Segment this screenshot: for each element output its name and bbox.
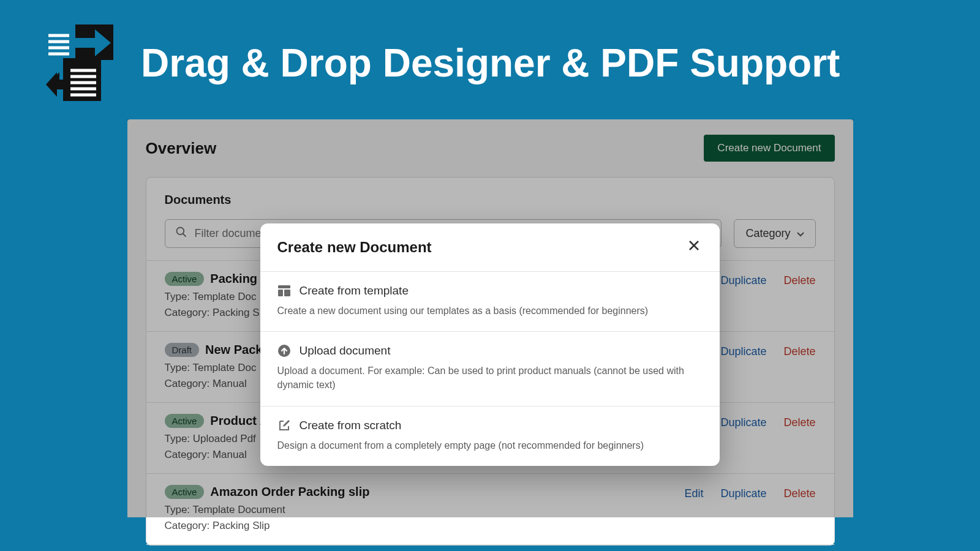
svg-rect-18	[278, 290, 283, 296]
svg-rect-17	[278, 285, 290, 288]
edit-icon	[277, 419, 291, 432]
hero-title: Drag & Drop Designer & PDF Support	[141, 40, 840, 86]
upload-icon	[277, 344, 291, 358]
option-create-from-scratch[interactable]: Create from scratch Design a document fr…	[260, 407, 720, 466]
app-window: Overview Create new Document Documents F…	[127, 119, 853, 517]
option-upload-document[interactable]: Upload document Upload a document. For e…	[260, 332, 720, 406]
option-description: Upload a document. For example: Can be u…	[277, 364, 703, 392]
option-create-from-template[interactable]: Create from template Create a new docume…	[260, 272, 720, 332]
option-title: Create from scratch	[300, 419, 402, 432]
modal-close-button[interactable]	[685, 237, 703, 258]
modal-title: Create new Document	[277, 239, 432, 256]
close-icon	[688, 239, 700, 255]
hero-banner: Drag & Drop Designer & PDF Support	[0, 0, 980, 119]
document-category: Category: Packing Slip	[165, 518, 370, 534]
option-title: Create from template	[300, 284, 409, 298]
option-description: Design a document from a completely empt…	[277, 438, 703, 452]
product-logo-icon	[46, 24, 116, 101]
create-document-modal: Create new Document Create from template…	[260, 223, 720, 466]
svg-rect-19	[284, 290, 290, 296]
option-description: Create a new document using our template…	[277, 304, 703, 318]
option-title: Upload document	[300, 344, 391, 358]
template-icon	[277, 284, 291, 298]
